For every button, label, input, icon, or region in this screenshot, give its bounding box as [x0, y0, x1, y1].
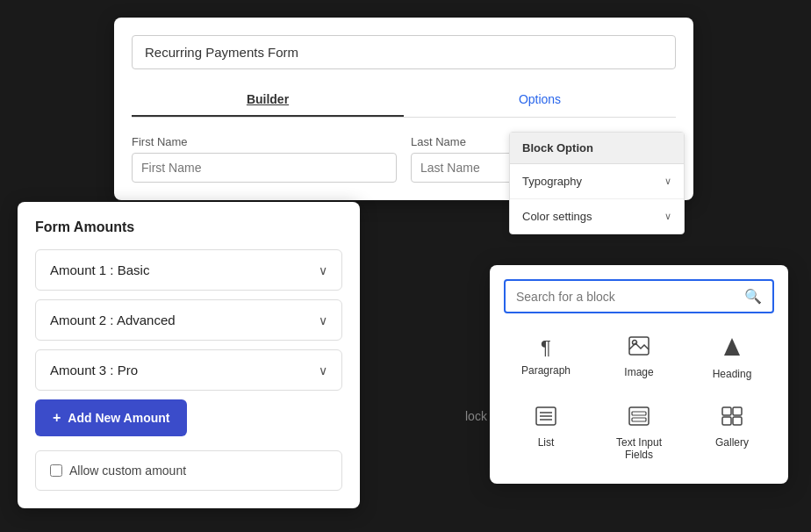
form-title-input[interactable] — [132, 35, 676, 69]
block-item-paragraph[interactable]: ¶ Paragraph — [504, 327, 588, 389]
allow-custom-amount-checkbox[interactable] — [50, 464, 62, 477]
svg-marker-2 — [724, 338, 740, 356]
chevron-down-icon: ∨ — [319, 313, 327, 327]
svg-rect-11 — [733, 407, 742, 415]
first-name-group: First Name — [132, 135, 397, 183]
svg-rect-9 — [632, 418, 646, 421]
svg-rect-12 — [722, 417, 731, 425]
list-icon — [535, 406, 556, 431]
plus-icon: + — [53, 410, 61, 426]
custom-amount-row: Allow custom amount — [35, 450, 342, 491]
tab-builder[interactable]: Builder — [132, 83, 404, 117]
heading-icon — [722, 336, 742, 363]
image-icon — [628, 336, 650, 361]
block-option-typography[interactable]: Typography ∨ — [510, 164, 684, 199]
chevron-down-icon: ∨ — [319, 363, 327, 377]
svg-rect-10 — [722, 407, 731, 415]
tabs-row: Builder Options — [132, 83, 676, 118]
amount-item-1[interactable]: Amount 1 : Basic ∨ — [35, 249, 342, 291]
svg-rect-8 — [632, 412, 646, 415]
block-option-header: Block Option — [510, 133, 684, 164]
block-option-color-settings[interactable]: Color settings ∨ — [510, 199, 684, 234]
allow-custom-amount-label: Allow custom amount — [69, 464, 186, 478]
amount-item-2[interactable]: Amount 2 : Advanced ∨ — [35, 299, 342, 341]
block-grid: ¶ Paragraph Image Heading — [504, 327, 774, 470]
block-search-input[interactable] — [516, 290, 737, 304]
first-name-input[interactable] — [132, 153, 397, 183]
gallery-icon — [721, 406, 743, 431]
block-item-heading[interactable]: Heading — [690, 327, 774, 389]
text-input-fields-icon — [628, 406, 650, 431]
block-option-panel: Block Option Typography ∨ Color settings… — [509, 132, 685, 234]
svg-rect-7 — [629, 407, 649, 425]
block-item-image[interactable]: Image — [597, 327, 681, 389]
form-amounts-panel: Form Amounts Amount 1 : Basic ∨ Amount 2… — [18, 202, 360, 508]
chevron-down-icon: ∨ — [319, 263, 327, 277]
chevron-down-icon: ∨ — [664, 211, 671, 222]
svg-rect-13 — [733, 417, 742, 425]
block-item-list[interactable]: List — [504, 398, 588, 470]
first-name-label: First Name — [132, 135, 397, 148]
search-icon: 🔍 — [744, 288, 762, 305]
paragraph-icon: ¶ — [541, 336, 551, 359]
block-picker-popup: 🔍 ¶ Paragraph Image Heading — [490, 265, 788, 484]
amount-item-3[interactable]: Amount 3 : Pro ∨ — [35, 349, 342, 391]
chevron-down-icon: ∨ — [664, 176, 671, 187]
block-search-row: 🔍 — [504, 279, 774, 313]
block-item-gallery[interactable]: Gallery — [690, 398, 774, 470]
add-new-amount-button[interactable]: + Add New Amount — [35, 399, 187, 436]
add-block-text: lock — [465, 409, 487, 423]
tab-options[interactable]: Options — [404, 83, 676, 117]
block-item-text-input-fields[interactable]: Text Input Fields — [597, 398, 681, 470]
form-amounts-title: Form Amounts — [35, 219, 342, 235]
